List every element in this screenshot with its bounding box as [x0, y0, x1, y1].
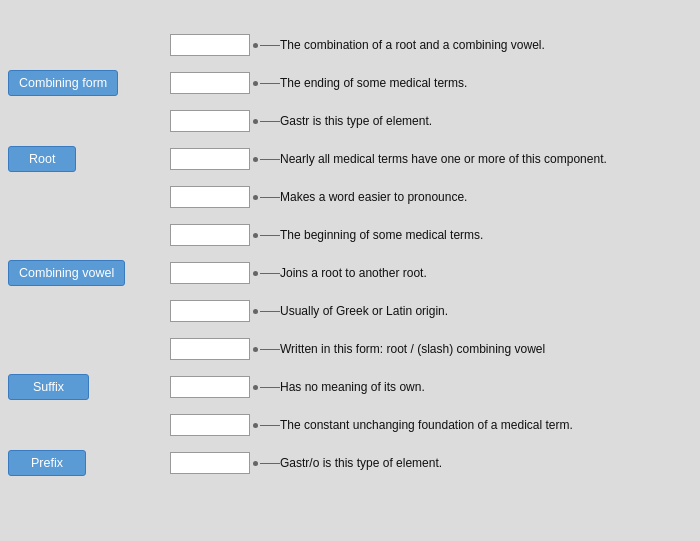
term-suffix[interactable]: Suffix [8, 374, 89, 400]
desc-text-7: Usually of Greek or Latin origin. [280, 303, 452, 319]
term-prefix[interactable]: Prefix [8, 450, 86, 476]
term-spacer-10 [8, 406, 170, 444]
matching-area: Combining form Root Combining vowel Suff… [0, 26, 690, 482]
desc-row-2: Gastr is this type of element. [280, 102, 690, 140]
answer-box-4[interactable] [170, 186, 250, 208]
dot-5 [253, 233, 258, 238]
line-3 [260, 159, 280, 160]
term-spacer-5 [8, 216, 170, 254]
instructions [0, 10, 690, 26]
desc-text-1: The ending of some medical terms. [280, 75, 471, 91]
desc-text-11: Gastr/o is this type of element. [280, 455, 446, 471]
answer-row-5 [170, 216, 280, 254]
answer-row-4 [170, 178, 280, 216]
desc-text-10: The constant unchanging foundation of a … [280, 417, 577, 433]
answer-box-10[interactable] [170, 414, 250, 436]
page: Combining form Root Combining vowel Suff… [0, 0, 700, 541]
dot-2 [253, 119, 258, 124]
desc-text-9: Has no meaning of its own. [280, 379, 429, 395]
term-spacer-4 [8, 178, 170, 216]
term-root-container: Root [8, 140, 170, 178]
dot-7 [253, 309, 258, 314]
line-1 [260, 83, 280, 84]
line-2 [260, 121, 280, 122]
connector-6 [253, 271, 280, 276]
connector-0 [253, 43, 280, 48]
desc-row-11: Gastr/o is this type of element. [280, 444, 690, 482]
connector-4 [253, 195, 280, 200]
dot-4 [253, 195, 258, 200]
term-combining-vowel-container: Combining vowel [8, 254, 170, 292]
answer-box-0[interactable] [170, 34, 250, 56]
desc-row-4: Makes a word easier to pronounce. [280, 178, 690, 216]
term-prefix-container: Prefix [8, 444, 170, 482]
dot-8 [253, 347, 258, 352]
desc-row-1: The ending of some medical terms. [280, 64, 690, 102]
desc-row-0: The combination of a root and a combinin… [280, 26, 690, 64]
desc-text-0: The combination of a root and a combinin… [280, 37, 549, 53]
term-spacer-7 [8, 292, 170, 330]
desc-row-3: Nearly all medical terms have one or mor… [280, 140, 690, 178]
answer-row-3 [170, 140, 280, 178]
connector-10 [253, 423, 280, 428]
desc-row-10: The constant unchanging foundation of a … [280, 406, 690, 444]
desc-row-8: Written in this form: root / (slash) com… [280, 330, 690, 368]
connector-5 [253, 233, 280, 238]
desc-row-5: The beginning of some medical terms. [280, 216, 690, 254]
term-suffix-container: Suffix [8, 368, 170, 406]
answer-row-7 [170, 292, 280, 330]
answer-row-6 [170, 254, 280, 292]
connector-2 [253, 119, 280, 124]
desc-row-9: Has no meaning of its own. [280, 368, 690, 406]
term-combining-form-container: Combining form [8, 64, 170, 102]
answer-box-6[interactable] [170, 262, 250, 284]
terms-column: Combining form Root Combining vowel Suff… [0, 26, 170, 482]
line-7 [260, 311, 280, 312]
desc-text-3: Nearly all medical terms have one or mor… [280, 151, 611, 167]
answer-box-9[interactable] [170, 376, 250, 398]
desc-row-7: Usually of Greek or Latin origin. [280, 292, 690, 330]
dot-11 [253, 461, 258, 466]
desc-text-8: Written in this form: root / (slash) com… [280, 341, 549, 357]
term-combining-form[interactable]: Combining form [8, 70, 118, 96]
answer-boxes-column [170, 26, 280, 482]
answer-row-11 [170, 444, 280, 482]
connector-3 [253, 157, 280, 162]
line-9 [260, 387, 280, 388]
desc-text-4: Makes a word easier to pronounce. [280, 189, 471, 205]
descriptions-column: The combination of a root and a combinin… [280, 26, 690, 482]
line-6 [260, 273, 280, 274]
term-spacer-8 [8, 330, 170, 368]
answer-row-9 [170, 368, 280, 406]
answer-row-10 [170, 406, 280, 444]
term-root[interactable]: Root [8, 146, 76, 172]
desc-text-6: Joins a root to another root. [280, 265, 431, 281]
dot-1 [253, 81, 258, 86]
answer-box-11[interactable] [170, 452, 250, 474]
answer-box-7[interactable] [170, 300, 250, 322]
answer-box-3[interactable] [170, 148, 250, 170]
answer-box-1[interactable] [170, 72, 250, 94]
line-8 [260, 349, 280, 350]
dot-10 [253, 423, 258, 428]
answer-box-5[interactable] [170, 224, 250, 246]
term-spacer-2 [8, 102, 170, 140]
line-0 [260, 45, 280, 46]
answer-row-0 [170, 26, 280, 64]
connector-8 [253, 347, 280, 352]
answer-row-8 [170, 330, 280, 368]
line-4 [260, 197, 280, 198]
connector-1 [253, 81, 280, 86]
dot-0 [253, 43, 258, 48]
answer-box-2[interactable] [170, 110, 250, 132]
dot-9 [253, 385, 258, 390]
dot-3 [253, 157, 258, 162]
desc-text-5: The beginning of some medical terms. [280, 227, 487, 243]
desc-text-2: Gastr is this type of element. [280, 113, 436, 129]
connector-11 [253, 461, 280, 466]
answer-row-1 [170, 64, 280, 102]
connector-7 [253, 309, 280, 314]
answers-desc-area: The combination of a root and a combinin… [170, 26, 690, 482]
answer-box-8[interactable] [170, 338, 250, 360]
term-combining-vowel[interactable]: Combining vowel [8, 260, 125, 286]
